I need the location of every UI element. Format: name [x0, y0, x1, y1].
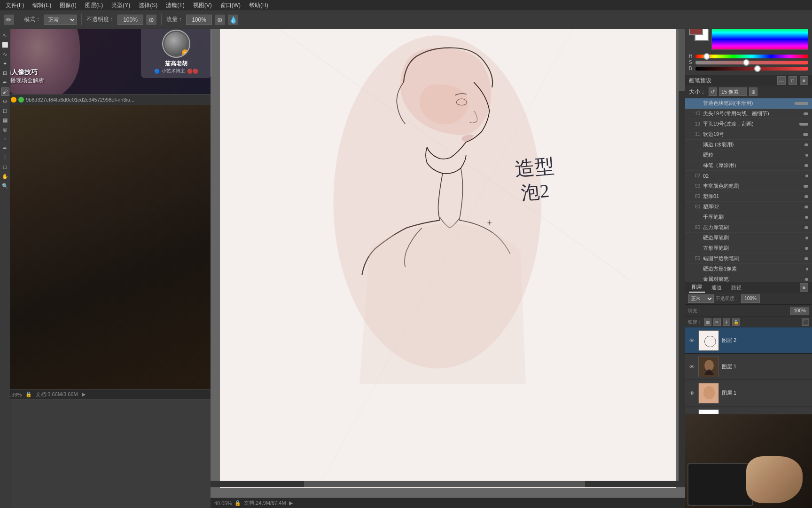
- brush-reset-btn[interactable]: ↺: [709, 87, 717, 96]
- lasso-tool[interactable]: ∿: [1, 50, 9, 58]
- brush-item-14[interactable]: 方形厚笔刷: [685, 243, 812, 254]
- lock-position-btn[interactable]: ✛: [723, 318, 730, 326]
- v-scroll-thumb[interactable]: [679, 21, 685, 91]
- brush-item-8[interactable]: 90 丰富颜色的笔刷: [685, 181, 812, 191]
- layer-blend-mode[interactable]: 正常: [688, 294, 714, 303]
- menu-view[interactable]: 视图(V): [189, 0, 216, 10]
- menu-file[interactable]: 文件(F): [2, 0, 28, 10]
- brush-item-7[interactable]: 02 02: [685, 171, 812, 181]
- fill-color-btn[interactable]: ⬛: [802, 318, 809, 326]
- h-scroll-thumb[interactable]: [304, 481, 585, 487]
- brush-item-15[interactable]: 50 蜡圆半透明笔刷: [685, 254, 812, 264]
- crop-tool[interactable]: ⊞: [1, 69, 9, 77]
- layer-item-1[interactable]: 👁 图层 1: [685, 380, 812, 406]
- menu-select[interactable]: 选择(S): [135, 0, 161, 10]
- pen-tool[interactable]: ✒: [1, 144, 9, 152]
- lock-transparency-btn[interactable]: ▦: [704, 318, 711, 326]
- sat-slider-row: S: [689, 60, 808, 65]
- brush-item-9[interactable]: 80 塑厚01: [685, 191, 812, 202]
- brush-panel-header: 画笔预设 — □ ≡: [685, 75, 812, 86]
- brush-item-12[interactable]: 90 压力厚笔刷: [685, 222, 812, 233]
- menu-image[interactable]: 图像(I): [56, 0, 80, 10]
- brush-size-icon[interactable]: ⊞: [749, 87, 757, 96]
- shape-tool[interactable]: □: [1, 163, 9, 171]
- bright-slider-row: B: [689, 66, 808, 71]
- ps-canvas-area[interactable]: 造型 泡2: [211, 10, 685, 498]
- hue-thumb[interactable]: [703, 53, 710, 60]
- ref-max-btn[interactable]: [18, 97, 24, 103]
- brush-item-3[interactable]: 11 软边19号: [685, 129, 812, 140]
- menu-layer[interactable]: 图层(L): [81, 0, 107, 10]
- layer-fill-input[interactable]: [790, 307, 809, 315]
- brush-item-0[interactable]: 普通色块笔刷(平滑用): [685, 98, 812, 109]
- lock-all-btn[interactable]: 🔒: [732, 318, 740, 326]
- ref-play-btn[interactable]: ▶: [82, 391, 86, 397]
- brush-preview-14: [805, 247, 808, 250]
- ps-play-btn[interactable]: ▶: [289, 500, 293, 506]
- type-tool[interactable]: T: [1, 153, 9, 162]
- brush-item-16[interactable]: 硬边方形1像素: [685, 264, 812, 274]
- dodge-tool[interactable]: ○: [1, 135, 9, 143]
- opacity-input[interactable]: [117, 15, 143, 25]
- brush-panel-menu[interactable]: ≡: [800, 76, 808, 85]
- brush-tool-icon[interactable]: ✏: [4, 15, 14, 25]
- brush-panel-expand[interactable]: □: [789, 76, 797, 85]
- zoom-tool[interactable]: 🔍: [1, 182, 9, 190]
- move-tool[interactable]: ↖: [1, 31, 9, 40]
- menu-help[interactable]: 帮助(H): [245, 0, 272, 10]
- tab-channels[interactable]: 通道: [709, 283, 725, 292]
- layer-visibility-2[interactable]: 👁: [688, 337, 695, 344]
- gradient-tool[interactable]: ▦: [1, 116, 9, 124]
- brush-size-input[interactable]: [719, 87, 747, 96]
- ref-min-btn[interactable]: [11, 97, 16, 103]
- layer-item-1b[interactable]: 👁 图层 1: [685, 354, 812, 380]
- wand-tool[interactable]: ✦: [1, 59, 9, 68]
- layer-panel-menu[interactable]: ≡: [800, 283, 808, 292]
- flow-input[interactable]: [186, 15, 212, 25]
- layer-opacity-input[interactable]: [741, 294, 760, 303]
- opacity-toggle-icon[interactable]: ⊕: [146, 15, 156, 25]
- menu-type[interactable]: 类型(Y): [108, 0, 134, 10]
- tab-layers[interactable]: 图层: [689, 283, 705, 293]
- bright-thumb[interactable]: [754, 65, 761, 72]
- brush-preview-8: [804, 185, 808, 188]
- menu-window[interactable]: 窗口(W): [217, 0, 244, 10]
- bright-slider[interactable]: [695, 67, 808, 71]
- blur-tool[interactable]: ◎: [1, 125, 9, 134]
- eyedropper-tool[interactable]: ✒: [1, 78, 9, 87]
- brush-item-11[interactable]: 千厚笔刷: [685, 212, 812, 222]
- layer-visibility-1[interactable]: 👁: [688, 389, 695, 397]
- hand-tool[interactable]: ✋: [1, 172, 9, 181]
- brush-panel-minimize[interactable]: —: [777, 76, 786, 85]
- airbrush-icon[interactable]: 💧: [228, 15, 238, 25]
- layer-item-2[interactable]: 👁 图层 2: [685, 327, 812, 354]
- sat-label: S: [689, 60, 694, 65]
- layer-panel-header: 图层 通道 路径 ≡: [685, 282, 812, 293]
- vertical-scrollbar[interactable]: [679, 21, 685, 487]
- drawing-canvas[interactable]: 造型 泡2: [220, 20, 676, 488]
- select-tool[interactable]: ⬜: [1, 40, 9, 49]
- brush-item-6[interactable]: 柿笔（厚涂用）: [685, 160, 812, 171]
- brush-item-10[interactable]: 80 塑厚02: [685, 202, 812, 212]
- brush-tool[interactable]: 🖌: [1, 87, 9, 96]
- layer-visibility-1b[interactable]: 👁: [688, 363, 695, 371]
- ref-status-bar: 45.38% 🔒 文档:3.66M/3.66M ▶: [0, 389, 220, 399]
- brush-item-4[interactable]: 渐边 (水彩用): [685, 140, 812, 150]
- brush-item-5[interactable]: 硬粒: [685, 150, 812, 160]
- hue-slider[interactable]: [695, 55, 808, 58]
- flow-toggle-icon[interactable]: ⊕: [215, 15, 225, 25]
- sat-thumb[interactable]: [743, 59, 750, 66]
- fill-label: 填充：: [688, 308, 789, 314]
- sat-slider[interactable]: [695, 61, 808, 64]
- clone-tool[interactable]: ⊙: [1, 97, 9, 105]
- mode-select[interactable]: 正常: [44, 15, 77, 25]
- eraser-tool[interactable]: ◻: [1, 106, 9, 115]
- lock-paint-btn[interactable]: ✏: [713, 318, 721, 326]
- menu-filter[interactable]: 滤镜(T): [162, 0, 188, 10]
- brush-item-1[interactable]: 10 尖头19号(常用勾线、画细节): [685, 109, 812, 119]
- brush-item-13[interactable]: 硬边厚笔刷: [685, 233, 812, 243]
- horizontal-scrollbar[interactable]: [211, 481, 679, 487]
- menu-edit[interactable]: 编辑(E): [29, 0, 55, 10]
- tab-paths[interactable]: 路径: [728, 283, 744, 292]
- brush-item-2[interactable]: 19 平头19号(过渡，刮画): [685, 119, 812, 129]
